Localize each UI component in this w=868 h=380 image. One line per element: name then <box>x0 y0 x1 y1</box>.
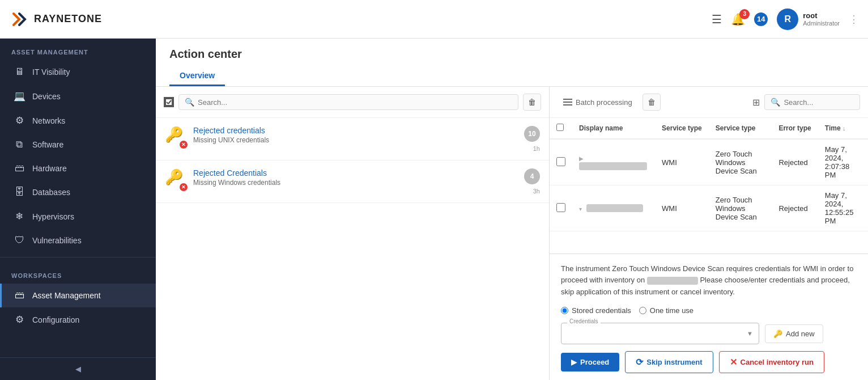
left-search-box[interactable]: 🔍 <box>178 94 518 110</box>
skip-instrument-button[interactable]: ⟳ Skip instrument <box>625 351 713 373</box>
checkbox-icon <box>165 98 173 106</box>
menu-icon-btn[interactable]: ☰ <box>712 12 722 26</box>
sidebar-item-hardware[interactable]: 🗃 Hardware <box>0 157 156 180</box>
sort-arrow-time[interactable]: ↓ <box>843 125 846 132</box>
add-new-label: Add new <box>786 330 815 338</box>
sidebar-divider <box>0 257 156 257</box>
key-icon-unix: 🔑 <box>165 126 183 143</box>
user-info: root Administrator <box>803 11 840 27</box>
logo-text: RAYNETONE <box>34 13 102 25</box>
user-area[interactable]: R root Administrator <box>777 9 840 30</box>
td-checkbox-2 <box>550 185 572 231</box>
sidebar-item-it-visibility[interactable]: 🖥 IT Visibility <box>0 60 156 84</box>
row-checkbox-1[interactable] <box>556 157 565 166</box>
right-search-input[interactable] <box>784 98 854 107</box>
radio-stored[interactable]: Stored credentials <box>561 306 631 315</box>
sidebar-item-label-devices: Devices <box>32 92 61 101</box>
radio-onetime[interactable]: One time use <box>639 306 693 315</box>
user-role: Administrator <box>803 20 840 27</box>
software-icon: ⧉ <box>13 139 25 150</box>
cred-field-row: Credentials ▼ 🔑 Add new <box>561 323 857 344</box>
sidebar-item-label-configuration: Configuration <box>32 315 79 324</box>
left-search-input[interactable] <box>198 98 512 107</box>
sidebar-item-vulnerabilities[interactable]: 🛡 Vulnerabilities <box>0 229 156 252</box>
skip-label: Skip instrument <box>646 358 702 366</box>
th-display-name: Display name <box>572 118 655 139</box>
sidebar-item-networks[interactable]: ⚙ Networks <box>0 108 156 133</box>
row-checkbox-2[interactable] <box>556 203 565 212</box>
proceed-button[interactable]: ▶ Proceed <box>561 353 619 371</box>
key-icon-windows: 🔑 <box>165 168 183 185</box>
credential-row: Stored credentials One time use <box>561 306 857 315</box>
sidebar-item-label-software: Software <box>32 140 63 149</box>
td-time-1: May 7, 2024, 2:07:38 PM <box>818 139 868 185</box>
sidebar-item-label-hypervisors: Hypervisors <box>32 212 74 221</box>
logo-icon <box>9 9 29 29</box>
expand-arrow-1[interactable]: ▶ <box>579 155 584 162</box>
devices-icon: 💻 <box>13 90 25 102</box>
td-display-name-2: ▾ ██████████ <box>572 185 655 231</box>
sidebar-item-label-asset-management: Asset Management <box>32 291 101 300</box>
grid-view-icon[interactable]: ⊞ <box>752 97 760 108</box>
select-all-checkbox[interactable] <box>164 97 174 107</box>
sidebar-item-label-networks: Networks <box>32 116 65 125</box>
batch-line-2 <box>563 102 572 103</box>
radio-onetime-input[interactable] <box>639 307 646 314</box>
sidebar-item-databases[interactable]: 🗄 Databases <box>0 180 156 204</box>
td-error-type-1: Rejected <box>772 139 818 185</box>
vulnerabilities-icon: 🛡 <box>13 235 25 246</box>
main-layout: Asset Management 🖥 IT Visibility 💻 Devic… <box>0 39 868 380</box>
table-select-all[interactable] <box>556 124 564 131</box>
th-service-type-full: Service type <box>709 118 772 139</box>
logo-area: RAYNETONE <box>9 9 102 29</box>
item-meta-unix: 10 1h <box>524 126 540 152</box>
batch-processing-btn[interactable]: Batch processing <box>558 95 638 109</box>
radio-onetime-label: One time use <box>650 306 693 315</box>
item-title-unix: Rejected credentials <box>193 126 517 135</box>
left-delete-btn[interactable]: 🗑 <box>523 94 541 111</box>
table-row: ▾ ██████████ WMI Zero Touch Windows Devi… <box>550 185 868 231</box>
list-items: 🔑 ✕ Rejected credentials Missing UNIX cr… <box>156 118 549 380</box>
add-new-button[interactable]: 🔑 Add new <box>765 324 823 343</box>
sidebar-item-software[interactable]: ⧉ Software <box>0 133 156 157</box>
right-delete-btn[interactable]: 🗑 <box>643 94 661 111</box>
content-area: Action center Overview <box>156 39 868 380</box>
sidebar-item-configuration[interactable]: ⚙ Configuration <box>0 307 156 332</box>
sidebar-section-asset: Asset Management <box>0 39 156 60</box>
tab-overview[interactable]: Overview <box>169 66 225 86</box>
blurred-name-1: ████████████ <box>579 162 647 170</box>
list-item[interactable]: 🔑 ✕ Rejected credentials Missing UNIX cr… <box>156 118 549 161</box>
cancel-inventory-button[interactable]: ✕ Cancel inventory run <box>719 351 824 373</box>
more-menu-icon[interactable]: ⋮ <box>849 13 859 26</box>
sidebar-item-hypervisors[interactable]: ❄ Hypervisors <box>0 204 156 229</box>
sidebar-item-asset-management[interactable]: 🗃 Asset Management <box>0 284 156 307</box>
item-sub-unix: Missing UNIX credentials <box>193 136 517 144</box>
right-panel-toolbar: Batch processing 🗑 ⊞ 🔍 <box>550 87 868 118</box>
item-meta-windows: 4 3h <box>524 168 540 195</box>
batch-line-3 <box>563 104 572 105</box>
action-row: ▶ Proceed ⟳ Skip instrument ✕ Cancel inv… <box>561 351 857 373</box>
list-item[interactable]: 🔑 ✕ Rejected Credentials Missing Windows… <box>156 161 549 203</box>
sidebar-item-devices[interactable]: 💻 Devices <box>0 84 156 108</box>
alerts-btn[interactable]: 14 <box>754 12 768 26</box>
item-sub-windows: Missing Windows credentials <box>193 179 517 187</box>
td-service-type-full-2: Zero Touch Windows Device Scan <box>709 185 772 231</box>
radio-stored-input[interactable] <box>561 307 568 314</box>
header-right: ☰ 🔔 3 14 R root Administrator ⋮ <box>712 9 859 30</box>
detail-text: The instrument Zero Touch Windows Device… <box>561 263 857 298</box>
tabs: Overview <box>169 66 854 86</box>
credentials-select[interactable] <box>567 323 747 344</box>
sidebar-toggle-btn[interactable]: ◀ <box>0 357 156 380</box>
expand-arrow-2[interactable]: ▾ <box>579 206 582 212</box>
proceed-label: Proceed <box>580 358 609 366</box>
count-badge-windows: 4 <box>524 168 540 184</box>
th-checkbox <box>550 118 572 139</box>
batch-lines-icon <box>563 99 572 105</box>
radio-group: Stored credentials One time use <box>561 306 693 315</box>
right-search-box[interactable]: 🔍 <box>764 94 860 110</box>
notification-badge: 3 <box>739 9 750 19</box>
table-row: ▶ ████████████ WMI Zero Touch Windows De… <box>550 139 868 185</box>
notification-bell-btn[interactable]: 🔔 3 <box>731 12 745 26</box>
item-content-unix: Rejected credentials Missing UNIX creden… <box>193 126 517 144</box>
th-service-type-short: Service type <box>655 118 709 139</box>
